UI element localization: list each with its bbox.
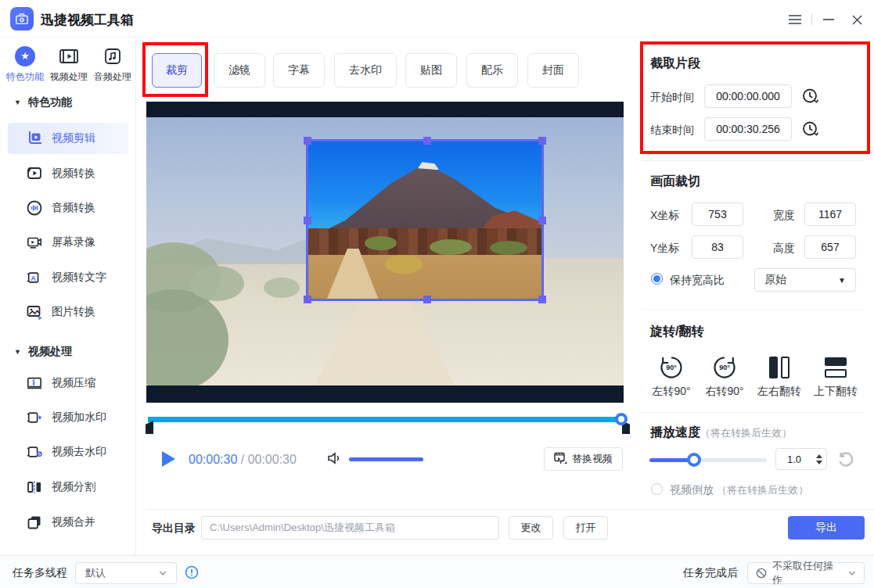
flip-horizontal-icon — [753, 352, 806, 383]
tab-remove-watermark[interactable]: 去水印 — [334, 53, 397, 88]
sidebar-item-video-convert[interactable]: 视频转换 — [8, 158, 128, 189]
thread-select[interactable]: 默认 — [75, 562, 177, 584]
play-button[interactable] — [162, 451, 175, 467]
crop-handle-s[interactable] — [423, 296, 431, 303]
divider — [642, 309, 865, 310]
tab-music[interactable]: 配乐 — [466, 53, 518, 88]
sidebar-item-video-merge[interactable]: 视频合并 — [8, 507, 128, 538]
video-convert-icon — [27, 166, 42, 181]
minimize-icon[interactable] — [820, 11, 837, 28]
bush-shape — [146, 289, 228, 385]
sidebar-item-video-to-text[interactable]: A 视频转文字 — [8, 262, 128, 293]
volume-slider[interactable] — [349, 457, 423, 461]
app-title: 迅捷视频工具箱 — [41, 11, 134, 29]
crop-handle-se[interactable] — [538, 296, 546, 303]
spin-down-icon[interactable] — [816, 461, 822, 464]
caret-down-icon: ▼ — [838, 276, 846, 285]
crop-selection[interactable] — [306, 139, 544, 301]
change-dir-button[interactable]: 更改 — [509, 516, 553, 540]
flip-vertical-button[interactable]: 上下翻转 — [809, 352, 862, 399]
tab-subtitle[interactable]: 字幕 — [273, 53, 325, 88]
open-dir-button[interactable]: 打开 — [563, 516, 608, 540]
rotate-right-icon: 90° — [698, 352, 751, 383]
after-task-select[interactable]: 不采取任何操作 — [747, 562, 865, 584]
set-start-time-clock-icon[interactable] — [801, 87, 820, 106]
timeline-track[interactable] — [148, 417, 622, 422]
tab-sticker[interactable]: 贴图 — [405, 53, 457, 88]
spinner-arrows[interactable] — [812, 454, 826, 464]
keep-aspect-radio[interactable] — [651, 273, 663, 285]
close-icon[interactable] — [848, 11, 865, 28]
width-input[interactable] — [804, 203, 856, 226]
crop-handle-n[interactable] — [423, 137, 431, 145]
video-to-text-icon: A — [27, 270, 42, 285]
crop-handle-nw[interactable] — [304, 137, 311, 145]
sidebar-item-image-convert[interactable]: 图片转换 — [8, 296, 128, 328]
bush-shape — [264, 278, 300, 298]
crop-handle-e[interactable] — [538, 217, 546, 224]
crop-handle-ne[interactable] — [538, 137, 546, 145]
sidebar-item-video-compress[interactable]: 视频压缩 — [8, 368, 128, 399]
sidebar-tab-audio[interactable]: 音频处理 — [91, 45, 135, 84]
chevron-down-icon — [848, 569, 856, 577]
crop-handle-sw[interactable] — [304, 296, 311, 303]
rotate-left-button[interactable]: 90° 左转90° — [645, 352, 698, 399]
speed-spinner[interactable]: 1.0 — [775, 448, 827, 470]
aspect-ratio-select[interactable]: 原始 ▼ — [754, 268, 856, 292]
app-logo-icon — [10, 7, 34, 30]
export-dir-label: 导出目录 — [152, 522, 196, 536]
divider — [642, 412, 865, 413]
bush-shape — [490, 241, 527, 255]
volume-icon[interactable] — [327, 451, 343, 468]
section-header-video-processing[interactable]: ▼ 视频处理 — [14, 345, 72, 359]
start-time-input[interactable] — [704, 84, 792, 108]
screen-record-icon — [27, 235, 42, 250]
speed-slider-track[interactable] — [649, 458, 767, 462]
reset-speed-icon[interactable] — [837, 451, 854, 471]
film-icon — [47, 45, 91, 67]
playhead-handle[interactable] — [615, 413, 628, 425]
x-coord-input[interactable] — [692, 203, 743, 226]
sidebar-item-video-split[interactable]: 视频分割 — [8, 471, 128, 503]
sidebar-item-audio-convert[interactable]: 音频转换 — [8, 192, 128, 224]
tab-cover[interactable]: 封面 — [527, 53, 579, 88]
rotate-right-button[interactable]: 90° 右转90° — [698, 352, 751, 399]
sidebar-tab-featured[interactable]: ★ 特色功能 — [3, 45, 47, 84]
tab-filter[interactable]: 滤镜 — [214, 53, 265, 88]
sidebar-item-add-watermark[interactable]: 视频加水印 — [8, 402, 128, 433]
y-coord-input[interactable] — [692, 235, 743, 259]
clip-section-title: 截取片段 — [650, 56, 700, 72]
height-label: 高度 — [773, 242, 795, 256]
caret-down-icon: ▼ — [14, 99, 21, 106]
crop-handle-w[interactable] — [304, 217, 311, 224]
info-icon[interactable] — [185, 565, 199, 583]
reverse-video-radio[interactable] — [651, 483, 663, 495]
sidebar-item-video-edit[interactable]: 视频剪辑 — [8, 123, 128, 154]
speed-slider-handle[interactable] — [687, 453, 701, 467]
status-bar: 任务多线程 默认 任务完成后 不采取任何操作 — [0, 555, 874, 588]
trim-start-handle[interactable] — [146, 421, 153, 434]
crop-section-title: 画面裁切 — [650, 174, 700, 190]
tab-crop[interactable]: 裁剪 — [152, 53, 202, 88]
end-time-input[interactable] — [704, 117, 792, 141]
flip-horizontal-button[interactable]: 左右翻转 — [753, 352, 806, 399]
height-input[interactable] — [804, 235, 856, 259]
export-path-input[interactable] — [201, 516, 499, 540]
export-button[interactable]: 导出 — [788, 516, 865, 540]
set-end-time-clock-icon[interactable] — [801, 120, 820, 138]
sidebar-item-screen-record[interactable]: 屏幕录像 — [8, 227, 128, 258]
title-bar: 迅捷视频工具箱 — [0, 0, 874, 38]
watermark-remove-icon — [27, 444, 42, 460]
reverse-video-label: 视频倒放 （将在转换后生效） — [670, 483, 808, 497]
caret-down-icon: ▼ — [14, 348, 21, 356]
replace-video-button[interactable]: 替换视频 — [544, 447, 623, 471]
sidebar-tab-video[interactable]: 视频处理 — [47, 45, 91, 84]
video-preview[interactable] — [146, 102, 624, 403]
menu-icon[interactable] — [786, 11, 804, 28]
time-display: 00:00:30 / 00:00:30 — [189, 453, 297, 467]
sidebar-item-remove-watermark[interactable]: 视频去水印 — [8, 436, 128, 468]
section-header-featured[interactable]: ▼ 特色功能 — [14, 95, 72, 109]
bush-shape — [189, 266, 244, 301]
flip-vertical-icon — [809, 352, 862, 383]
spin-up-icon[interactable] — [816, 454, 822, 458]
